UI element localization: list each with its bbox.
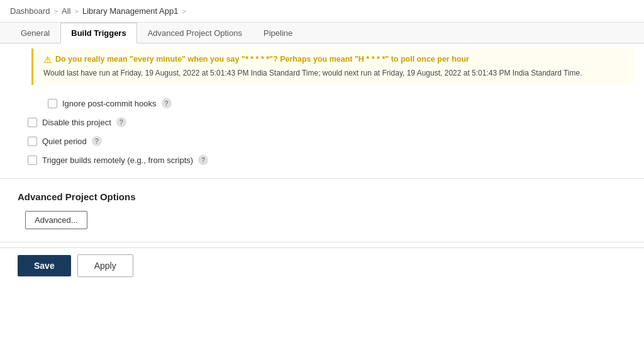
advanced-section-title: Advanced Project Options: [0, 184, 644, 208]
label-disable-project: Disable this project: [42, 118, 111, 127]
checkbox-quiet-period[interactable]: [28, 137, 37, 146]
breadcrumb-sep-1: >: [54, 8, 58, 15]
warning-description: Would last have run at Friday, 19 August…: [43, 67, 624, 79]
help-trigger-builds-remotely[interactable]: ?: [198, 155, 208, 165]
breadcrumb: Dashboard > All > Library Management App…: [0, 0, 644, 23]
content-area: ⚠ Do you really mean "every minute" when…: [0, 43, 644, 340]
tab-general[interactable]: General: [10, 23, 60, 43]
breadcrumb-all[interactable]: All: [62, 6, 70, 16]
breadcrumb-sep-3: >: [182, 8, 186, 15]
option-trigger-builds-remotely: Trigger builds remotely (e.g., from scri…: [10, 150, 634, 169]
footer-divider: [0, 242, 644, 242]
checkbox-ignore-post-commit[interactable]: [48, 99, 57, 108]
help-disable-project[interactable]: ?: [116, 117, 126, 127]
tab-pipeline[interactable]: Pipeline: [253, 23, 303, 43]
warning-title: ⚠ Do you really mean "every minute" when…: [43, 55, 624, 65]
breadcrumb-dashboard[interactable]: Dashboard: [10, 6, 50, 16]
tabs-bar: General Build Triggers Advanced Project …: [0, 23, 644, 43]
help-quiet-period[interactable]: ?: [92, 136, 102, 146]
checkbox-trigger-builds-remotely[interactable]: [28, 156, 37, 165]
label-quiet-period: Quiet period: [42, 137, 87, 146]
tab-advanced-project-options[interactable]: Advanced Project Options: [137, 23, 253, 43]
warning-box: ⚠ Do you really mean "every minute" when…: [31, 48, 634, 85]
breadcrumb-sep-2: >: [75, 8, 79, 15]
label-trigger-builds-remotely: Trigger builds remotely (e.g., from scri…: [42, 156, 193, 165]
save-button[interactable]: Save: [18, 255, 71, 276]
tab-build-triggers[interactable]: Build Triggers: [60, 23, 136, 43]
option-ignore-post-commit: Ignore post-commit hooks ?: [10, 94, 634, 113]
section-divider: [0, 178, 644, 179]
footer-actions: Save Apply: [0, 247, 644, 283]
options-section: Ignore post-commit hooks ? Disable this …: [0, 90, 644, 173]
label-ignore-post-commit: Ignore post-commit hooks: [62, 99, 157, 108]
warning-title-text: Do you really mean "every minute" when y…: [55, 55, 469, 64]
breadcrumb-project[interactable]: Library Management App1: [82, 6, 178, 16]
help-ignore-post-commit[interactable]: ?: [162, 98, 172, 108]
warning-icon: ⚠: [43, 55, 52, 65]
option-disable-project: Disable this project ?: [10, 113, 634, 132]
option-quiet-period: Quiet period ?: [10, 132, 634, 150]
checkbox-disable-project[interactable]: [28, 118, 37, 127]
apply-button[interactable]: Apply: [77, 254, 133, 277]
advanced-button[interactable]: Advanced...: [25, 211, 87, 229]
advanced-project-options-section: Advanced Project Options Advanced...: [0, 184, 644, 237]
